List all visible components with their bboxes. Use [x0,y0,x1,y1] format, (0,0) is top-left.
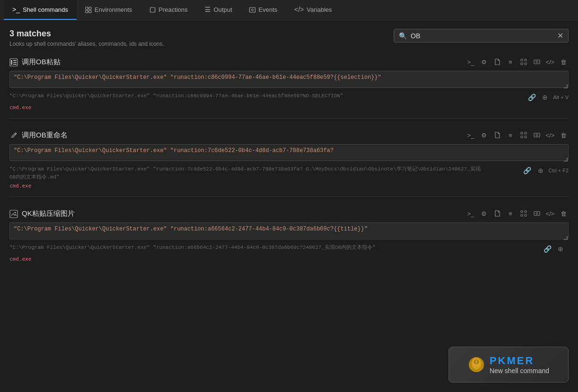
svg-rect-5 [250,8,255,12]
link-icon-1[interactable]: 🔗 [526,92,537,102]
search-icon: 🔍 [399,32,407,40]
svg-rect-1 [89,7,91,9]
link-icon-3[interactable]: 🔗 [542,244,552,254]
file-action-2[interactable] [492,130,502,140]
tree-action-2[interactable] [518,130,529,140]
tab-environments[interactable]: Environments [77,0,140,20]
tree-action-3[interactable] [518,208,529,219]
shell-commands-icon: >_ [12,6,20,13]
svg-rect-26 [521,211,523,213]
detail-actions-2: 🔗 ⊕ Ctrl + F2 [522,165,569,176]
tree-action-1[interactable] [518,57,529,67]
search-box: 🔍 ✕ [394,29,569,43]
screenshot-action-3[interactable] [532,208,542,219]
svg-rect-29 [525,214,526,216]
header-left: 3 matches Looks up shell commands' alias… [9,29,164,47]
svg-rect-2 [86,10,88,13]
detail-text-3: "C:\Program Files\Quicker\QuickerStarter… [9,244,485,252]
command-actions-1: >_ ⚙ ≡ </> 🗑 [466,57,569,67]
file-action-3[interactable] [492,208,502,219]
list-action-2[interactable]: ≡ [505,130,516,140]
command-textarea-2[interactable] [9,144,569,161]
svg-rect-21 [525,136,526,138]
svg-point-17 [536,61,538,63]
new-shell-command-button[interactable]: PKMER New shell command [449,347,569,383]
svg-rect-28 [521,214,523,216]
svg-rect-8 [11,60,12,65]
command-title-2: 调用OB重命名 [22,131,68,140]
command-detail-1: "C:\Program Files\Quicker\QuickerStarter… [9,92,569,102]
detail-text-1: "C:\Program Files\Quicker\QuickerStarter… [9,92,485,100]
svg-rect-18 [521,132,523,134]
svg-rect-16 [534,60,540,64]
command-textarea-3[interactable] [9,222,569,239]
screenshot-action-1[interactable] [532,57,542,67]
link-icon-2[interactable]: 🔗 [522,165,533,176]
command-detail-3: "C:\Program Files\Quicker\QuickerStarter… [9,244,569,254]
settings-action-3[interactable]: ⚙ [479,208,489,219]
delete-action-2[interactable]: 🗑 [558,130,569,140]
tab-events[interactable]: Events [241,0,286,20]
svg-rect-9 [13,60,17,61]
code-action-3[interactable]: </> [545,208,555,219]
tab-bar: >_ Shell commands Environments Preaction… [0,0,578,20]
svg-rect-27 [525,211,526,213]
shortcut-2: Ctrl + F2 [549,168,569,173]
svg-rect-19 [525,132,526,134]
search-input[interactable] [411,32,553,40]
svg-rect-15 [525,63,526,65]
tab-shell-commands[interactable]: >_ Shell commands [4,0,77,20]
command-detail-2: "C:\Program Files\Quicker\QuickerStarter… [9,165,569,181]
environments-icon [85,6,92,13]
svg-point-35 [475,360,478,364]
resize-handle-3[interactable] [564,236,568,240]
command-title-area-2: 调用OB重命名 [9,131,68,140]
add-icon-1[interactable]: ⊕ [540,92,550,102]
command-header-3: QK粘贴压缩图片 >_ ⚙ ≡ [9,208,569,219]
tab-preactions[interactable]: Preactions [141,0,196,20]
code-action-2[interactable]: </> [545,130,555,140]
svg-rect-3 [89,10,91,13]
terminal-action-3[interactable]: >_ [466,208,476,219]
command-icon-1 [9,58,18,67]
add-icon-2[interactable]: ⊕ [535,165,546,176]
executor-label-1: cmd.exe [9,104,31,111]
screenshot-action-2[interactable] [532,130,542,140]
svg-rect-0 [86,7,88,9]
command-header-2: 调用OB重命名 >_ ⚙ ≡ [9,130,569,140]
svg-rect-11 [13,64,17,65]
terminal-action-2[interactable]: >_ [466,130,476,140]
executor-label-3: cmd.exe [9,256,31,262]
resize-handle-1[interactable] [564,85,568,88]
list-action-1[interactable]: ≡ [505,57,516,67]
preactions-icon [149,6,156,13]
command-title-3: QK粘贴压缩图片 [22,209,75,218]
terminal-action-1[interactable]: >_ [466,57,476,67]
svg-rect-10 [13,62,17,63]
detail-text-2: "C:\Program Files\Quicker\QuickerStarter… [9,165,485,181]
list-action-3[interactable]: ≡ [505,208,516,219]
command-icon-2 [9,131,18,140]
output-icon: ☰ [205,6,211,13]
command-title-area-1: 调用OB粘贴 [9,58,60,67]
svg-rect-4 [150,8,155,12]
settings-action-1[interactable]: ⚙ [479,57,489,67]
resize-handle-2[interactable] [564,158,568,162]
command-actions-2: >_ ⚙ ≡ </> 🗑 [466,130,569,140]
svg-rect-30 [534,212,540,215]
delete-action-3[interactable]: 🗑 [558,208,569,219]
tab-output[interactable]: ☰ Output [196,0,241,20]
command-title-area-3: QK粘贴压缩图片 [9,209,75,218]
file-action-1[interactable] [492,57,502,67]
variables-icon: </> [294,6,304,13]
settings-action-2[interactable]: ⚙ [479,130,489,140]
delete-action-1[interactable]: 🗑 [558,57,569,67]
detail-actions-1: 🔗 ⊕ Alt + V [526,92,569,102]
add-icon-3[interactable]: ⊕ [555,244,566,254]
code-action-1[interactable]: </> [545,57,555,67]
search-clear-button[interactable]: ✕ [557,31,563,40]
command-actions-3: >_ ⚙ ≡ </> 🗑 [466,208,569,219]
command-textarea-1[interactable] [9,71,569,88]
detail-actions-3: 🔗 ⊕ [542,244,569,254]
tab-variables[interactable]: </> Variables [286,0,340,20]
